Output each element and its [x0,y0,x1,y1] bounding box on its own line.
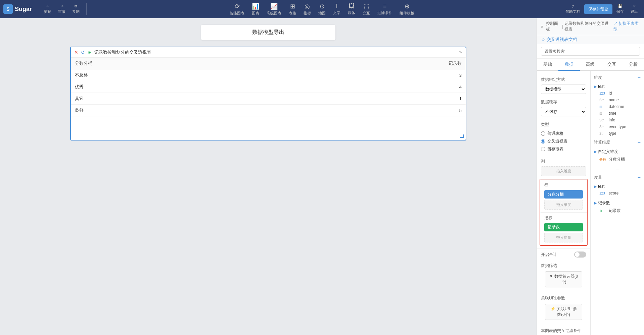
data-binding-select[interactable]: 数据模型 SQL API [541,85,586,94]
right-tools: ? 帮助文档 保存并预览 💾 保存 ✕ 退出 [563,3,641,15]
main-area: 数据模型导出 ✕ ↺ ⊞ 记录数按和划分的交叉透视表 ✎ 分数分桶 记录数 不及 [0,18,644,335]
dim-item-datetime[interactable]: ⊞ datetime [594,103,641,110]
tool-table[interactable]: ⊞ 表格 [285,1,300,17]
component-template-label: 组件模板 [400,11,414,16]
settings-search [537,44,644,59]
right-panel: » 控制面板 | 记录数按和划分的交叉透视表 ↗ 切换图表类型 ☆ 交叉透视表文… [537,18,644,335]
dim-item-eventtype[interactable]: Str eventtype [594,123,641,130]
copy-button[interactable]: ⧉ 复制 [70,3,82,15]
tool-metric[interactable]: ◎ 指标 [300,1,314,17]
dim-item-type[interactable]: Str type [594,130,641,137]
widget-expand-icon[interactable]: ⊞ [88,50,92,55]
table-row: 不及格 3 [71,69,466,81]
help-button[interactable]: ? 帮助文档 [563,3,583,15]
measures-group-test-name: test [598,184,604,189]
tab-analysis[interactable]: 分析 [623,59,644,71]
save-preview-button[interactable]: 保存并预览 [584,4,612,14]
data-table: 分数分桶 记录数 不及格 3 优秀 4 其它 1 良好 5 [71,58,466,116]
undo-button[interactable]: ↩ 撤销 [41,3,54,15]
computed-dim-add-button[interactable]: + [638,140,641,145]
dim-item-time[interactable]: ⊡ time [594,110,641,117]
widget-edit-icon[interactable]: ✎ [459,50,462,55]
filter-button[interactable]: ▼ 数据筛选器(0个) [545,271,582,287]
computed-dim-section-title: 计算维度 [594,139,610,145]
dim-item-score-bucket[interactable]: 分桶 分数分桶 [594,156,641,163]
tool-text[interactable]: T 文字 [330,1,344,17]
dim-add-button[interactable]: + [638,75,641,80]
url-params-button[interactable]: ⚡ 关联URL参数(0个) [545,304,582,320]
filter-label: 数据筛选 [541,263,586,269]
columns-drop-zone[interactable]: 拖入维度 [541,166,586,176]
dim-item-name-tag: Str [599,98,607,102]
dim-group-custom-header[interactable]: ▶ 自定义维度 [594,148,641,156]
metric-tag[interactable]: 记录数 [544,223,583,231]
filter-section: 数据筛选 ▼ 数据筛选器(0个) [537,260,590,293]
row-drop-zone[interactable]: 拖入维度 [544,200,583,210]
widget-close-button[interactable]: ✕ [74,50,78,55]
row-label: 行 [544,182,583,188]
table-row: 优秀 4 [71,81,466,93]
measures-group-test-header[interactable]: ▶ test [594,183,641,190]
dim-item-name[interactable]: Str name [594,97,641,103]
breadcrumb-separator: | [562,24,563,29]
dim-item-datetime-tag: ⊞ [599,105,607,109]
aggregate-toggle[interactable] [574,252,586,258]
interact-filter-label: 本图表的交互过滤条件 [541,328,586,334]
measures-add-button[interactable]: + [638,175,641,180]
tool-filter[interactable]: ≡ 过滤条件 [374,1,396,17]
measures-group-count-header[interactable]: ▶ 记录数 [594,199,641,207]
exit-button[interactable]: ✕ 退出 [628,3,641,15]
measures-item-score[interactable]: 123 score [594,190,641,197]
tool-map[interactable]: ⊙ 地图 [315,1,329,17]
table-icon: ⊞ [290,3,295,10]
tab-data[interactable]: 数据 [558,59,580,71]
settings-search-input[interactable] [541,47,640,56]
redo-icon: ↪ [60,4,63,8]
tab-advanced[interactable]: 高级 [580,59,601,71]
type-option-crosstab[interactable]: 交叉透视表 [541,138,586,144]
help-label: 帮助文档 [565,9,580,14]
type-option-retention[interactable]: 留存报表 [541,146,586,152]
url-params-label: 关联URL参数 [541,295,586,301]
dim-item-score-bucket-tag: 分桶 [599,157,607,162]
type-radio-group: 普通表格 交叉透视表 留存报表 [541,129,586,153]
switch-type-link[interactable]: ↗ 切换图表类型 [613,21,640,32]
doc-link[interactable]: ☆ 交叉透视表文档 [541,37,577,42]
tool-chart[interactable]: 📊 图表 [248,1,263,17]
redo-button[interactable]: ↪ 重做 [55,3,68,15]
table-widget: ✕ ↺ ⊞ 记录数按和划分的交叉透视表 ✎ 分数分桶 记录数 不及格 3 优秀 … [70,47,466,141]
widget-rotate-icon[interactable]: ↺ [81,50,85,55]
breadcrumb-toggle[interactable]: » [541,24,543,29]
tab-basic[interactable]: 基础 [537,59,558,71]
dim-item-type-tag: Str [599,132,607,135]
data-source-section: 数据缓存 不缓存 缓存1小时 缓存1天 [537,97,590,119]
tool-advanced-chart[interactable]: 📈 高级图表 [263,1,285,17]
canvas-area: 数据模型导出 ✕ ↺ ⊞ 记录数按和划分的交叉透视表 ✎ 分数分桶 记录数 不及 [0,18,537,335]
dim-item-id[interactable]: 123 id [594,90,641,97]
save-button[interactable]: 💾 保存 [614,3,627,15]
data-source-select[interactable]: 不缓存 缓存1小时 缓存1天 [541,107,586,116]
metric-label: 指标 [304,11,311,16]
columns-section: 列 拖入维度 [537,156,590,179]
table-cell-value: 4 [287,81,466,93]
tool-component-template[interactable]: ⊕ 组件模板 [396,1,418,17]
tool-smart-chart[interactable]: ⟳ 智能图表 [226,1,248,17]
row-tag[interactable]: 分数分桶 [544,190,583,199]
tab-interact[interactable]: 交互 [601,59,623,71]
tool-interact[interactable]: ⬚ 交互 [359,1,373,17]
dim-section-header: 维度 + [591,73,644,82]
dim-group-custom-arrow-icon: ▶ [594,150,597,154]
type-option-normal[interactable]: 普通表格 [541,131,586,136]
data-binding-section: 数据绑定方式 数据模型 SQL API [537,74,590,97]
table-cell-name: 不及格 [71,69,287,81]
dim-group-test-header[interactable]: ▶ test [594,83,641,90]
measures-item-count[interactable]: ⊕ 记录数 [594,207,641,215]
metric-drop-zone[interactable]: 拖入度量 [544,233,583,242]
metric-label: 指标 [544,215,583,221]
tool-media[interactable]: 🖼 媒体 [344,1,359,17]
dim-item-info[interactable]: Str info [594,117,641,123]
resize-handle[interactable] [460,134,464,138]
undo-label: 撤销 [44,9,51,14]
panel-content: 数据绑定方式 数据模型 SQL API 数据缓存 不缓存 缓存1小时 缓存1天 [537,71,644,335]
dim-separator: ≡ [591,165,644,173]
